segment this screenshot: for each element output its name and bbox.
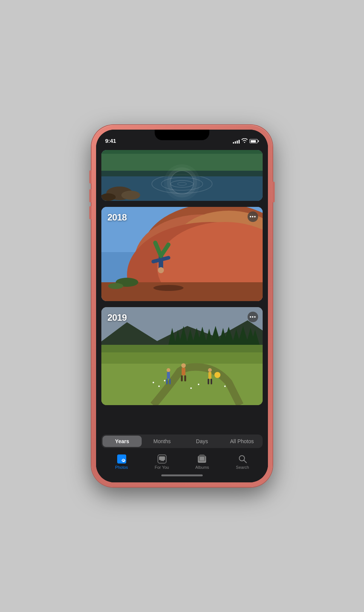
- notch: [155, 130, 210, 140]
- svg-rect-58: [208, 379, 209, 384]
- svg-rect-55: [184, 375, 186, 381]
- svg-rect-76: [200, 457, 204, 461]
- view-switcher: Years Months Days All Photos: [101, 435, 263, 448]
- lake-photo: [101, 150, 263, 201]
- svg-rect-59: [211, 379, 212, 384]
- svg-point-6: [171, 181, 193, 187]
- svg-rect-2: [101, 154, 263, 171]
- svg-line-78: [244, 461, 246, 463]
- tab-years[interactable]: Years: [102, 436, 142, 447]
- nav-search-label: Search: [236, 465, 249, 470]
- svg-rect-11: [101, 171, 263, 176]
- battery-icon: [249, 139, 259, 143]
- svg-point-63: [164, 380, 165, 381]
- lake-photo-card[interactable]: [101, 150, 263, 201]
- status-icons: [233, 138, 259, 144]
- svg-point-21: [108, 283, 123, 289]
- albums-nav-icon: [197, 454, 207, 464]
- photos-scroll-area[interactable]: 2018 •••: [96, 130, 268, 431]
- svg-point-61: [153, 382, 154, 383]
- tab-all-photos[interactable]: All Photos: [222, 436, 262, 447]
- tab-days[interactable]: Days: [182, 436, 222, 447]
- svg-rect-51: [169, 379, 171, 384]
- svg-point-62: [158, 386, 160, 387]
- svg-point-48: [167, 368, 170, 372]
- tab-months[interactable]: Months: [142, 436, 182, 447]
- svg-rect-53: [182, 368, 185, 375]
- for-you-nav-icon: [157, 454, 167, 464]
- nav-photos-label: Photos: [115, 465, 128, 470]
- svg-point-27: [153, 285, 184, 291]
- year-2019-more-button[interactable]: •••: [248, 312, 258, 322]
- tab-bar-container: Years Months Days All Photos: [96, 431, 268, 482]
- svg-rect-54: [181, 375, 183, 381]
- svg-point-64: [190, 387, 192, 389]
- svg-point-26: [158, 267, 164, 273]
- svg-point-7: [177, 182, 187, 185]
- year-2019-card[interactable]: 2019 •••: [101, 307, 263, 405]
- year-2019-label: 2019: [107, 312, 127, 323]
- svg-point-65: [198, 384, 199, 385]
- search-nav-icon: [238, 454, 248, 464]
- phone-frame: 9:41: [92, 125, 272, 487]
- year-2018-more-button[interactable]: •••: [248, 211, 258, 222]
- phone-screen: 9:41: [96, 130, 268, 482]
- year-2018-card[interactable]: 2018 •••: [101, 207, 263, 301]
- svg-rect-50: [166, 379, 168, 384]
- home-indicator: [101, 471, 263, 482]
- status-time: 9:41: [105, 138, 116, 144]
- svg-rect-49: [167, 372, 170, 379]
- photos-nav-icon: [117, 454, 127, 464]
- svg-rect-69: [118, 456, 121, 459]
- svg-point-9: [121, 191, 140, 200]
- wifi-icon: [242, 138, 248, 144]
- svg-point-52: [181, 363, 186, 368]
- bottom-nav: Photos For You: [101, 451, 263, 471]
- nav-photos[interactable]: Photos: [109, 454, 135, 470]
- signal-icon: [233, 139, 240, 144]
- nav-albums[interactable]: Albums: [189, 454, 216, 470]
- nav-for-you[interactable]: For You: [149, 454, 175, 470]
- svg-point-56: [208, 368, 212, 372]
- screen-content: 2018 •••: [96, 130, 268, 482]
- svg-rect-72: [159, 456, 165, 460]
- svg-rect-57: [208, 372, 211, 379]
- nav-albums-label: Albums: [195, 465, 209, 470]
- year-2018-label: 2018: [107, 212, 127, 223]
- svg-point-60: [214, 372, 220, 378]
- nav-for-you-label: For You: [155, 465, 169, 470]
- svg-point-66: [224, 386, 226, 387]
- nav-search[interactable]: Search: [229, 454, 256, 470]
- home-bar: [161, 474, 203, 476]
